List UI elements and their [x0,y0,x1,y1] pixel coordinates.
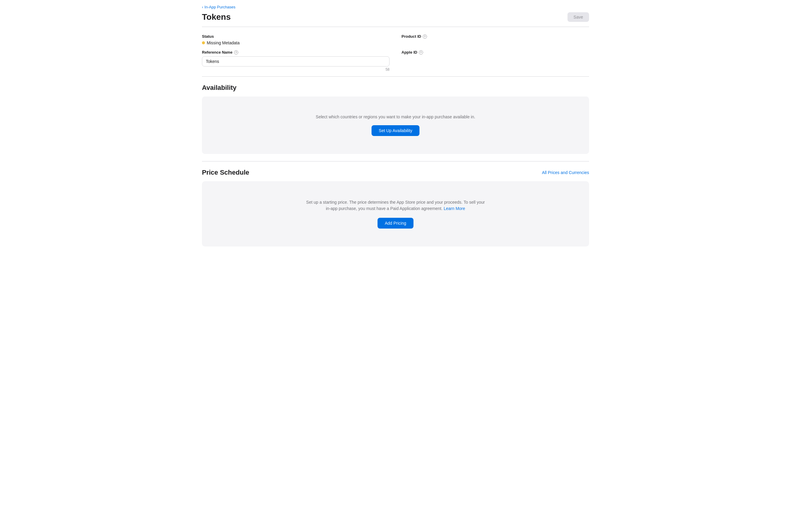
price-schedule-header-row: Price Schedule All Prices and Currencies [202,169,589,176]
bottom-info-grid: Reference Name ? 58 Apple ID ? [202,50,589,72]
apple-id-help-icon[interactable]: ? [419,50,423,55]
product-id-field: Product ID ? [401,34,589,45]
price-schedule-divider [202,161,589,162]
status-dot-icon [202,41,205,44]
top-info-grid: Status Missing Metadata Product ID ? [202,34,589,45]
product-id-help-icon[interactable]: ? [423,35,427,39]
status-label: Status [202,34,390,39]
reference-name-input-wrapper: 58 [202,56,390,72]
product-id-label: Product ID ? [401,34,589,39]
save-button[interactable]: Save [567,12,589,22]
status-value: Missing Metadata [202,40,390,45]
price-schedule-description: Set up a starting price. The price deter… [306,199,485,212]
learn-more-link[interactable]: Learn More [444,206,465,211]
price-schedule-section-title: Price Schedule [202,169,249,176]
status-field: Status Missing Metadata [202,34,390,45]
breadcrumb: ‹ In-App Purchases [202,5,589,9]
chevron-left-icon: ‹ [202,5,203,9]
availability-description: Select which countries or regions you wa… [316,114,475,119]
apple-id-label: Apple ID ? [401,50,589,55]
apple-id-field: Apple ID ? [401,50,589,72]
char-count: 58 [202,68,390,72]
reference-name-input[interactable] [202,56,390,66]
price-schedule-box: Set up a starting price. The price deter… [202,181,589,247]
reference-name-help-icon[interactable]: ? [234,50,238,55]
availability-divider [202,76,589,77]
add-pricing-button[interactable]: Add Pricing [378,218,413,229]
breadcrumb-link[interactable]: In-App Purchases [204,5,235,9]
header-row: Tokens Save [202,12,589,22]
all-prices-currencies-link[interactable]: All Prices and Currencies [542,170,589,175]
availability-box: Select which countries or regions you wa… [202,96,589,154]
reference-name-label: Reference Name ? [202,50,390,55]
reference-name-field: Reference Name ? 58 [202,50,390,72]
status-text: Missing Metadata [207,40,240,45]
set-up-availability-button[interactable]: Set Up Availability [372,125,419,136]
page-title: Tokens [202,12,231,22]
availability-section-title: Availability [202,84,589,92]
